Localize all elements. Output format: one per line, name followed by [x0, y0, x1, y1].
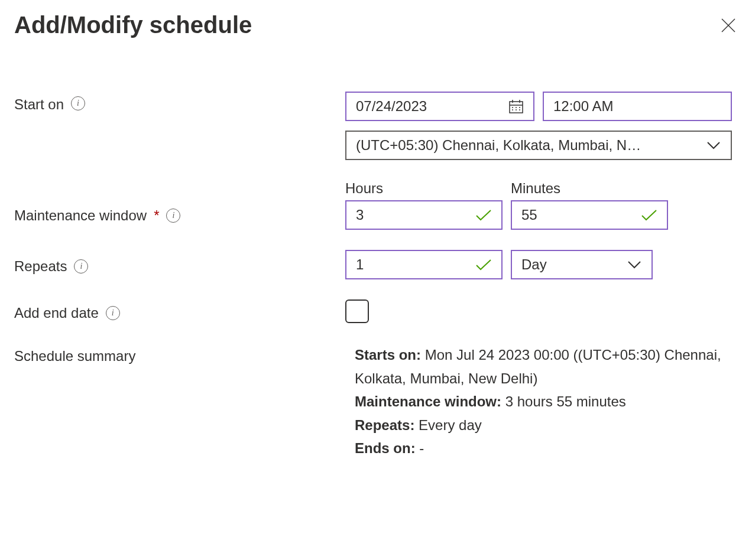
- summary-mw-label: Maintenance window:: [355, 393, 501, 409]
- info-icon[interactable]: i: [74, 259, 88, 274]
- summary-starts-on-label: Starts on:: [355, 347, 421, 363]
- start-time-input[interactable]: 12:00 AM: [543, 92, 732, 121]
- minutes-input[interactable]: 55: [511, 200, 668, 230]
- repeat-unit-select[interactable]: Day: [511, 250, 653, 279]
- info-icon[interactable]: i: [71, 96, 85, 110]
- info-icon[interactable]: i: [106, 306, 120, 320]
- repeats-label: Repeats: [14, 258, 67, 275]
- calendar-icon: [508, 99, 524, 114]
- checkmark-icon: [475, 259, 492, 271]
- close-icon: [721, 18, 736, 33]
- checkmark-icon: [641, 209, 657, 221]
- add-end-date-label: Add end date: [14, 305, 99, 321]
- add-end-date-checkbox[interactable]: [345, 299, 369, 323]
- dialog-title: Add/Modify schedule: [14, 12, 252, 38]
- summary-repeats-value: Every day: [419, 417, 482, 433]
- start-on-label: Start on: [14, 96, 64, 113]
- required-indicator: *: [154, 207, 159, 224]
- start-date-input[interactable]: 07/24/2023: [345, 92, 534, 121]
- repeat-count-input[interactable]: 1: [345, 250, 503, 279]
- maintenance-window-label: Maintenance window: [14, 207, 147, 224]
- hours-label: Hours: [345, 180, 503, 197]
- timezone-value: (UTC+05:30) Chennai, Kolkata, Mumbai, N…: [356, 137, 700, 154]
- start-time-value: 12:00 AM: [553, 98, 721, 115]
- minutes-label: Minutes: [511, 180, 668, 197]
- hours-input[interactable]: 3: [345, 200, 503, 230]
- hours-value: 3: [356, 207, 469, 223]
- minutes-value: 55: [521, 207, 635, 223]
- summary-mw-value: 3 hours 55 minutes: [505, 393, 626, 409]
- info-icon[interactable]: i: [166, 209, 180, 223]
- summary-repeats-label: Repeats:: [355, 417, 414, 433]
- schedule-summary-text: Starts on: Mon Jul 24 2023 00:00 ((UTC+0…: [345, 343, 738, 460]
- repeat-unit-value: Day: [521, 256, 621, 273]
- checkmark-icon: [475, 209, 492, 221]
- summary-ends-on-label: Ends on:: [355, 440, 416, 456]
- close-button[interactable]: [719, 16, 738, 35]
- repeat-count-value: 1: [356, 256, 469, 273]
- chevron-down-icon: [706, 141, 721, 150]
- summary-ends-on-value: -: [419, 440, 424, 456]
- chevron-down-icon: [627, 260, 642, 269]
- timezone-select[interactable]: (UTC+05:30) Chennai, Kolkata, Mumbai, N…: [345, 131, 732, 160]
- schedule-summary-label: Schedule summary: [14, 348, 135, 364]
- start-date-value: 07/24/2023: [356, 98, 503, 115]
